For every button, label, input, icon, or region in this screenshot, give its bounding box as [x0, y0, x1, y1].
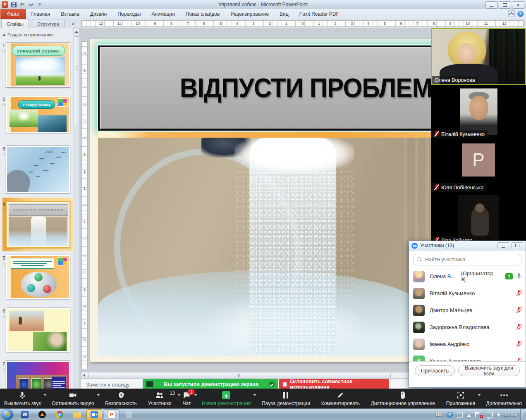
security-shield-icon[interactable]	[269, 382, 275, 387]
slides-pane-scrollbar[interactable]	[73, 28, 79, 389]
slide-thumbnail-7[interactable]	[6, 360, 70, 389]
muted-mic-icon[interactable]	[516, 307, 521, 313]
participant-row[interactable]: Віталій Кузьменко	[413, 285, 521, 302]
show-desktop-button[interactable]	[520, 409, 524, 420]
apps-button[interactable]: Приложения	[446, 391, 475, 406]
participants-restore-button[interactable]	[512, 242, 523, 249]
clock[interactable]: 12:06	[504, 412, 516, 418]
new-share-button[interactable]: Новая демонстрация	[202, 391, 251, 406]
taskbar-explorer-button[interactable]	[69, 409, 85, 420]
section-collapse-icon[interactable]	[2, 33, 5, 36]
participant-row[interactable]: Дмитро Мальцев	[413, 302, 521, 319]
share-screen-icon	[222, 391, 230, 400]
tab-slideshow[interactable]: Показ слайдов	[180, 9, 225, 19]
scrollbar-thumb[interactable]	[74, 36, 80, 126]
pause-share-button[interactable]: Пауза демонстрации	[262, 391, 310, 406]
chat-button[interactable]: 1 Чат	[182, 391, 191, 406]
chevron-down-icon[interactable]	[478, 394, 481, 396]
chevron-down-icon[interactable]	[177, 394, 181, 396]
remote-control-button[interactable]: Дистанционное управление	[371, 391, 435, 406]
apps-icon	[457, 391, 465, 400]
restore-button[interactable]	[499, 1, 511, 9]
tab-view[interactable]: Вид	[274, 9, 294, 19]
slide-thumbnail-2[interactable]: У пошуку балансу	[6, 96, 70, 133]
muted-mic-icon[interactable]	[516, 290, 521, 296]
chevron-down-icon[interactable]	[194, 394, 197, 396]
security-button[interactable]: Безопасность	[105, 391, 137, 406]
slide-thumbnail-3[interactable]	[6, 146, 70, 193]
participant-row[interactable]: Іванна Андріяко	[413, 336, 521, 353]
tab-file[interactable]: Файл	[0, 9, 26, 19]
slide-thumbnail-1[interactable]: УПРАВЛЯЙ СОБОЮ!	[6, 42, 70, 88]
minimize-button[interactable]	[485, 1, 498, 9]
video-tile[interactable]: Ліза Зайцева	[431, 192, 526, 245]
close-pane-icon[interactable]: ×	[70, 21, 76, 26]
taskbar-antivirus-button[interactable]	[34, 409, 50, 420]
tab-transitions[interactable]: Переходы	[112, 9, 146, 19]
taskbar-word-button[interactable]: W	[17, 409, 33, 420]
help-icon[interactable]: ?	[517, 11, 524, 17]
muted-mic-icon[interactable]	[516, 358, 521, 361]
search-input[interactable]	[424, 256, 518, 263]
video-tile-speaker[interactable]: Олена Воронова	[431, 28, 526, 85]
chevron-down-icon[interactable]	[253, 394, 256, 396]
stop-share-banner[interactable]: Остановить совместное использование	[279, 379, 389, 389]
close-button[interactable]: ✕	[512, 1, 524, 9]
annotate-button[interactable]: Комментировать	[321, 391, 360, 406]
scroll-left-button[interactable]	[81, 372, 88, 378]
section-header[interactable]: Раздел по умолчанию	[2, 32, 54, 37]
taskbar-chrome-button[interactable]	[52, 409, 67, 420]
video-tile[interactable]: Віталій Кузьменко	[431, 85, 526, 138]
slide-thumbnail-5[interactable]	[6, 255, 70, 299]
speaker-icon[interactable]	[497, 413, 500, 417]
participant-search[interactable]	[413, 254, 521, 265]
avatar	[413, 288, 425, 299]
vertical-ruler: 9876543210123456789	[81, 41, 88, 369]
tab-insert[interactable]: Вставка	[55, 9, 85, 19]
mute-button[interactable]: Выключить звук	[4, 391, 41, 406]
tab-home[interactable]: Главная	[26, 9, 56, 19]
language-indicator[interactable]: UK	[435, 412, 442, 418]
participants-minimize-button[interactable]	[497, 242, 509, 249]
chevron-down-icon[interactable]	[97, 394, 100, 396]
more-button[interactable]: Дополнительно	[486, 391, 522, 406]
show-hidden-icons[interactable]	[467, 414, 471, 417]
help-tray-icon[interactable]: ?	[447, 412, 453, 418]
tab-foxit[interactable]: Foxit Reader PDF	[294, 9, 344, 19]
chevron-down-icon[interactable]	[43, 394, 47, 396]
horizontal-scrollbar[interactable]	[81, 372, 431, 378]
muted-mic-icon[interactable]	[516, 324, 521, 330]
scrollbar-thumb[interactable]	[88, 373, 391, 378]
app-icon	[126, 411, 132, 418]
tab-design[interactable]: Дизайн	[85, 9, 112, 19]
slide6-woman-photo	[33, 332, 67, 351]
stop-video-button[interactable]: Остановить видео	[52, 391, 94, 406]
participant-row[interactable]: К Ксюша Александров	[413, 353, 521, 361]
start-button[interactable]	[2, 409, 13, 420]
participant-row[interactable]: Олена В... (Организатор, я) ↑	[413, 268, 521, 285]
zoom-logo-icon: zm	[411, 243, 418, 249]
minimize-ribbon-icon[interactable]	[508, 10, 515, 17]
tab-slides-pane[interactable]: Слайды	[1, 19, 29, 28]
tab-review[interactable]: Рецензирование	[225, 9, 274, 19]
mic-icon	[18, 391, 26, 400]
scroll-up-button[interactable]	[73, 28, 79, 34]
participants-button[interactable]: 13 Участники	[148, 391, 171, 406]
taskbar-powerpoint-button[interactable]: P	[104, 409, 120, 420]
mute-all-button[interactable]: Выключить звук для всех	[458, 365, 520, 376]
taskbar-zoom-button[interactable]	[86, 409, 102, 420]
tab-outline-pane[interactable]: Структура	[32, 19, 64, 28]
mic-icon[interactable]	[516, 273, 521, 279]
participant-row[interactable]: Задорожна Владислава	[413, 319, 521, 336]
action-center-flag-icon[interactable]: ✕	[475, 412, 482, 418]
video-tile[interactable]: P Юля Побіленська	[431, 138, 526, 192]
tray-window-icon[interactable]	[457, 413, 463, 418]
invite-button[interactable]: Пригласить	[415, 365, 455, 376]
slides-pane: Раздел по умолчанию 1 ☆ УПРАВЛЯЙ СОБОЮ! …	[0, 28, 80, 389]
muted-mic-icon[interactable]	[516, 341, 521, 347]
tab-animation[interactable]: Анимация	[146, 9, 180, 19]
taskbar-app-button[interactable]	[121, 409, 137, 420]
slide-thumbnail-4-selected[interactable]: ВІДПУСТИ ПРОБЛЕМИ	[6, 201, 70, 248]
slide-thumbnail-6[interactable]	[6, 308, 70, 352]
participants-titlebar[interactable]: zm Участники (13)	[409, 241, 526, 251]
